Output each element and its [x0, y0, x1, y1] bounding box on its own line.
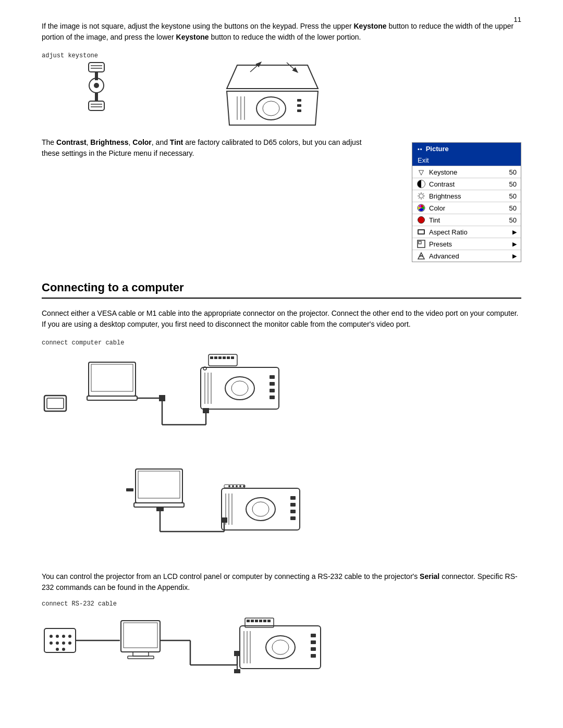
svg-rect-116 [247, 620, 250, 622]
connect-label: connect computer cable [42, 339, 521, 347]
svg-rect-87 [290, 496, 296, 500]
svg-rect-119 [259, 620, 262, 622]
tint-value: 50 [507, 216, 517, 224]
svg-point-76 [228, 485, 230, 487]
svg-rect-75 [224, 485, 245, 488]
svg-point-5 [94, 83, 99, 88]
menu-row-presets[interactable]: Presets ▶ [412, 238, 521, 250]
svg-point-56 [225, 377, 254, 400]
advanced-label: Advanced [429, 252, 509, 260]
keystone-end: button to reduce the width of the lower … [209, 33, 361, 41]
svg-point-80 [243, 485, 245, 487]
svg-rect-41 [87, 396, 137, 400]
page-number: 11 [514, 16, 521, 23]
menu-row-aspect[interactable]: Aspect Ratio ▶ [412, 226, 521, 238]
laptop-projector-svg2 [125, 466, 323, 555]
svg-rect-129 [311, 647, 316, 651]
svg-point-92 [50, 635, 53, 638]
menu-row-tint[interactable]: Tint 50 [412, 214, 521, 226]
svg-rect-61 [270, 375, 275, 379]
svg-rect-68 [138, 471, 180, 498]
menu-exit[interactable]: Exit [412, 155, 521, 166]
laptop-projector-svg [86, 352, 284, 456]
rs232-section: You can control the projector from an LC… [42, 571, 521, 682]
svg-point-99 [68, 641, 71, 645]
picture-intro-col: The Contrast, Brightness, Color, and Tin… [42, 137, 381, 164]
keystone-diagram-row: adjust keystone [42, 52, 521, 132]
rs232-svg [42, 613, 354, 681]
svg-rect-49 [210, 356, 213, 359]
svg-rect-20 [297, 104, 301, 107]
menu-row-contrast[interactable]: Contrast 50 [412, 178, 521, 190]
svg-rect-43 [159, 395, 165, 401]
svg-rect-105 [133, 652, 149, 656]
svg-rect-121 [267, 620, 271, 622]
picture-menu-section: The Contrast, Brightness, Color, and Tin… [42, 137, 521, 262]
svg-point-100 [56, 648, 59, 651]
svg-rect-3 [95, 72, 98, 80]
svg-rect-39 [89, 362, 136, 396]
contrast-label: Contrast [429, 180, 504, 188]
svg-line-30 [419, 198, 420, 199]
svg-rect-62 [270, 382, 275, 386]
picture-menu-container: •• Picture Exit ▽ Keystone 50 Contrast 5… [412, 137, 521, 262]
svg-rect-88 [290, 503, 296, 507]
keystone-icon [57, 61, 136, 129]
svg-point-79 [239, 485, 241, 487]
advanced-menu-icon [417, 251, 426, 261]
keystone-label: Keystone [429, 168, 504, 176]
svg-point-15 [263, 101, 279, 116]
svg-point-78 [236, 485, 238, 487]
contrast-value: 50 [507, 180, 517, 188]
svg-rect-67 [136, 469, 182, 503]
svg-rect-64 [270, 396, 275, 399]
picture-menu-title: •• Picture [412, 143, 521, 155]
svg-point-123 [272, 640, 289, 655]
menu-row-brightness[interactable]: Brightness 50 [412, 190, 521, 202]
aspect-arrow: ▶ [512, 229, 517, 236]
keystone-value: 50 [507, 168, 517, 176]
connect-diagram-row [42, 352, 521, 456]
presets-label: Presets [429, 240, 509, 248]
keystone-bold2: Keystone [176, 33, 209, 41]
tint-label: Tint [429, 216, 504, 224]
keystone-left: adjust keystone [42, 52, 136, 129]
menu-title-label: Picture [426, 145, 449, 153]
svg-point-122 [266, 636, 295, 659]
presets-arrow: ▶ [512, 241, 517, 248]
menu-row-keystone[interactable]: ▽ Keystone 50 [412, 166, 521, 178]
svg-point-96 [50, 641, 53, 645]
svg-point-97 [56, 641, 59, 645]
contrast-bold: Contrast [56, 138, 87, 146]
rs232-text: You can control the projector from an LC… [42, 571, 521, 593]
color-label: Color [429, 204, 504, 212]
svg-line-28 [423, 198, 424, 199]
svg-point-82 [246, 498, 275, 521]
second-connect-diagram [125, 466, 521, 557]
svg-line-11 [287, 63, 297, 72]
adjust-keystone-label: adjust keystone [42, 52, 136, 59]
svg-rect-120 [263, 620, 266, 622]
svg-rect-63 [270, 389, 275, 392]
svg-rect-114 [240, 626, 321, 669]
svg-rect-91 [44, 628, 76, 652]
cable-icon [42, 391, 70, 416]
aspect-menu-icon [417, 227, 426, 237]
svg-rect-0 [89, 63, 104, 72]
svg-rect-106 [128, 656, 154, 659]
svg-rect-117 [251, 620, 254, 622]
connecting-text: Connect either a VESA cable or M1 cable … [42, 308, 521, 330]
svg-rect-48 [209, 354, 237, 366]
svg-rect-53 [227, 356, 230, 359]
svg-rect-54 [231, 356, 234, 359]
keystone-projector-svg [156, 57, 323, 130]
svg-point-83 [252, 502, 269, 516]
keystone-intro-text: If the image is not square, adjust the k… [42, 22, 354, 30]
svg-rect-40 [91, 364, 133, 391]
rs232-bold: Serial [420, 572, 439, 581]
menu-row-advanced[interactable]: Advanced ▶ [412, 250, 521, 262]
svg-rect-127 [311, 634, 316, 637]
menu-row-color[interactable]: Color 50 [412, 202, 521, 214]
svg-point-98 [62, 641, 65, 645]
svg-line-27 [419, 193, 420, 194]
